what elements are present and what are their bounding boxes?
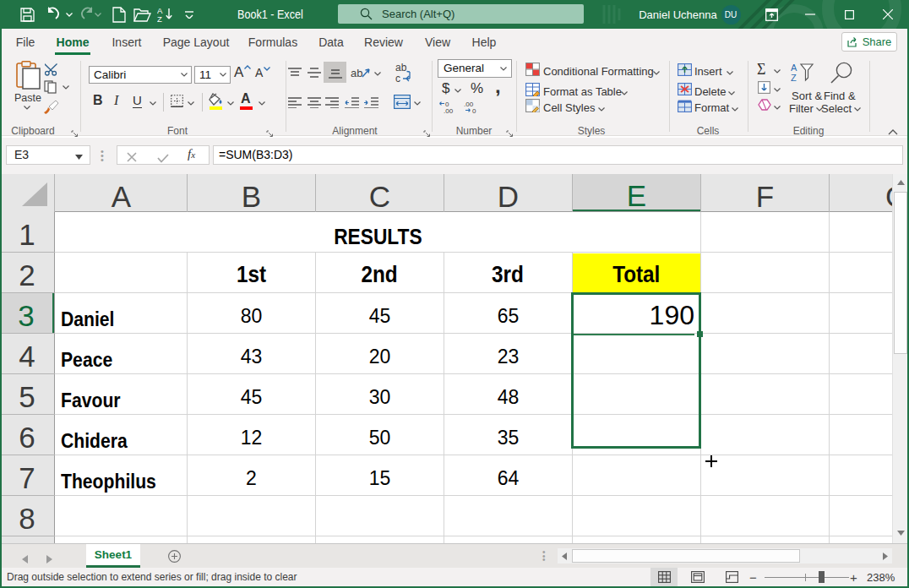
svg-text:c: c (395, 73, 400, 84)
svg-text:ab: ab (351, 67, 362, 79)
svg-text:.00: .00 (444, 107, 454, 113)
svg-text:Z: Z (157, 14, 162, 23)
svg-text:Z: Z (791, 73, 797, 83)
svg-text:A: A (791, 63, 797, 73)
svg-text:0: 0 (472, 107, 476, 113)
svg-text:ab: ab (395, 62, 407, 74)
